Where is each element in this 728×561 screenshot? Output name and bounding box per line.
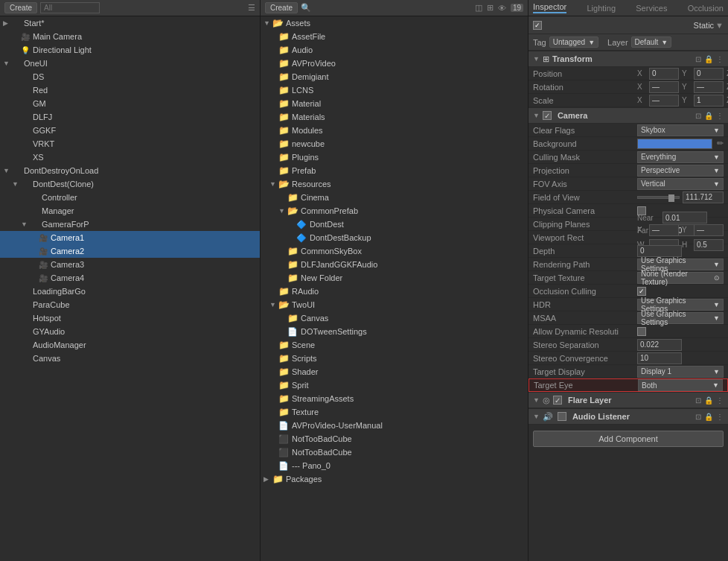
project-item-demigiant[interactable]: 📁Demigiant bbox=[261, 70, 528, 83]
scale-y-input[interactable] bbox=[694, 95, 724, 107]
tree-arrow-start[interactable]: ▶ bbox=[3, 19, 12, 27]
project-item-nottoobaducube2[interactable]: ⬛NotTooBadCube bbox=[261, 446, 528, 459]
static-dropdown-icon[interactable]: ▼ bbox=[715, 21, 724, 30]
audio-listener-component-header[interactable]: ▼ 🔊 Audio Listener ⊡ 🔒 ⋮ bbox=[529, 408, 728, 425]
msaa-dropdown[interactable]: Use Graphics Settings ▼ bbox=[637, 312, 724, 324]
add-component-button[interactable]: Add Component bbox=[533, 431, 724, 447]
hierarchy-item-camera2[interactable]: 🎥Camera2 bbox=[0, 244, 260, 258]
hierarchy-item-gm[interactable]: GM bbox=[0, 97, 260, 110]
hierarchy-item-manager[interactable]: Manager bbox=[0, 204, 260, 218]
project-item-commonskybox[interactable]: 📁CommonSkyBox bbox=[261, 244, 528, 258]
hierarchy-item-xs[interactable]: XS bbox=[0, 150, 260, 164]
camera-checkbox[interactable]: ✓ bbox=[543, 111, 552, 120]
hierarchy-item-camera1[interactable]: 🎥Camera1 bbox=[0, 231, 260, 244]
hierarchy-item-start[interactable]: ▶Start* bbox=[0, 16, 260, 30]
hierarchy-item-controller[interactable]: Controller bbox=[0, 191, 260, 204]
scale-x-input[interactable] bbox=[649, 95, 679, 107]
inspector-tab-lighting[interactable]: Lighting bbox=[587, 4, 616, 13]
flare-checkbox[interactable]: ✓ bbox=[553, 396, 562, 405]
hierarchy-item-paracube[interactable]: ParaCube bbox=[0, 298, 260, 311]
project-icon1[interactable]: ◫ bbox=[475, 3, 482, 13]
inspector-tab-occlusion[interactable]: Occlusion bbox=[688, 4, 724, 13]
hierarchy-item-camera3[interactable]: 🎥Camera3 bbox=[0, 258, 260, 271]
occlusion-culling-checkbox[interactable]: ✓ bbox=[637, 287, 646, 296]
hierarchy-item-loadingbargo[interactable]: LoadingBarGo bbox=[0, 285, 260, 298]
project-item-avprovideo[interactable]: 📁AVProVideo bbox=[261, 57, 528, 70]
flare-layer-component-header[interactable]: ▼ ◎ ✓ Flare Layer ⊡ 🔒 ⋮ bbox=[529, 392, 728, 408]
project-create-button[interactable]: Create bbox=[265, 2, 298, 13]
search-icon[interactable]: 🔍 bbox=[301, 3, 311, 13]
hierarchy-item-gameraforp[interactable]: ▼GameraForP bbox=[0, 218, 260, 231]
tree-arrow-dontdestroyonload[interactable]: ▼ bbox=[3, 167, 12, 174]
project-item-newfolder[interactable]: 📁New Folder bbox=[261, 271, 528, 285]
fov-slider-track[interactable] bbox=[637, 196, 680, 199]
rotation-x-input[interactable] bbox=[649, 81, 679, 93]
inspector-tab-services[interactable]: Services bbox=[636, 4, 667, 13]
project-item-prefab[interactable]: 📁Prefab bbox=[261, 164, 528, 177]
rotation-y-input[interactable] bbox=[694, 81, 724, 93]
hierarchy-item-canvas[interactable]: Canvas bbox=[0, 352, 260, 365]
camera-ref-icon[interactable]: ⊡ bbox=[695, 112, 701, 120]
project-item-dontdestbackup[interactable]: 🔷DontDestBackup bbox=[261, 231, 528, 244]
project-item-packages[interactable]: ▶📁Packages bbox=[261, 472, 528, 486]
project-item-dlfjanggkkfaudio[interactable]: 📁DLFJandGGKFAudio bbox=[261, 258, 528, 271]
audio-menu-icon[interactable]: ⋮ bbox=[716, 413, 724, 421]
depth-input[interactable] bbox=[637, 245, 682, 257]
tree-arrow-dontdestclone[interactable]: ▼ bbox=[12, 180, 21, 188]
position-x-input[interactable] bbox=[649, 68, 679, 80]
audio-ref-icon[interactable]: ⊡ bbox=[695, 413, 701, 421]
hierarchy-item-dlfj[interactable]: DLFJ bbox=[0, 110, 260, 124]
project-item-audio[interactable]: 📁Audio bbox=[261, 43, 528, 57]
allow-dynamic-checkbox[interactable] bbox=[637, 327, 646, 336]
near-input[interactable] bbox=[662, 212, 707, 224]
eye-icon[interactable]: 👁 bbox=[498, 4, 506, 13]
camera-component-header[interactable]: ▼ ✓ Camera ⊡ 🔒 ⋮ bbox=[529, 107, 728, 124]
flare-lock-icon[interactable]: 🔒 bbox=[704, 396, 713, 405]
background-color-picker[interactable] bbox=[637, 139, 712, 149]
project-item-texture[interactable]: 📁Texture bbox=[261, 405, 528, 419]
hierarchy-item-directional-light[interactable]: 💡Directional Light bbox=[0, 43, 260, 57]
stereo-separation-input[interactable] bbox=[637, 339, 682, 351]
background-edit-icon[interactable]: ✏ bbox=[717, 139, 724, 148]
project-item-sprit[interactable]: 📁Sprit bbox=[261, 378, 528, 392]
stereo-convergence-input[interactable] bbox=[637, 352, 682, 364]
camera-menu-icon[interactable]: ⋮ bbox=[716, 112, 724, 120]
hierarchy-menu-icon[interactable]: ☰ bbox=[248, 3, 255, 13]
project-item-pano0[interactable]: 📄--- Pano_0 bbox=[261, 459, 528, 472]
project-item-newcube[interactable]: 📁newcube bbox=[261, 137, 528, 150]
target-texture-dropdown[interactable]: None (Render Texture) ⊙ bbox=[637, 272, 724, 284]
project-item-canvas2[interactable]: 📁Canvas bbox=[261, 311, 528, 325]
target-eye-dropdown[interactable]: Both ▼ bbox=[638, 379, 723, 391]
tree-arrow-gameraforp[interactable]: ▼ bbox=[21, 221, 30, 228]
project-item-materials[interactable]: 📁Materials bbox=[261, 110, 528, 124]
project-item-assetfile[interactable]: 📁AssetFile bbox=[261, 30, 528, 43]
fov-slider-thumb[interactable] bbox=[668, 194, 674, 202]
project-item-dontdest[interactable]: 🔷DontDest bbox=[261, 218, 528, 231]
viewport-x-input[interactable] bbox=[649, 224, 679, 236]
layer-dropdown[interactable]: Default ▼ bbox=[631, 37, 672, 48]
position-y-input[interactable] bbox=[694, 68, 724, 80]
project-item-assets[interactable]: ▼📂Assets bbox=[261, 16, 528, 30]
project-item-commonprefab[interactable]: ▼📂CommonPrefab bbox=[261, 204, 528, 218]
project-item-cinema[interactable]: 📁Cinema bbox=[261, 191, 528, 204]
inspector-tab-inspector[interactable]: Inspector bbox=[533, 2, 566, 13]
tree-arrow-oneui[interactable]: ▼ bbox=[3, 60, 12, 67]
project-item-twoui[interactable]: ▼📂TwoUI bbox=[261, 298, 528, 311]
flare-ref-icon[interactable]: ⊡ bbox=[695, 396, 701, 405]
hierarchy-item-audiomanager[interactable]: AudioManager bbox=[0, 338, 260, 352]
project-item-lcns[interactable]: 📁LCNS bbox=[261, 83, 528, 97]
clear-flags-dropdown[interactable]: Skybox ▼ bbox=[637, 124, 724, 136]
rendering-path-dropdown[interactable]: Use Graphics Settings ▼ bbox=[637, 259, 724, 270]
project-icon2[interactable]: ⊞ bbox=[487, 3, 494, 13]
project-item-raudio[interactable]: 📁RAudio bbox=[261, 285, 528, 298]
hierarchy-item-camera4[interactable]: 🎥Camera4 bbox=[0, 271, 260, 285]
project-item-streamingassets[interactable]: 📁StreamingAssets bbox=[261, 392, 528, 405]
audio-lock-icon[interactable]: 🔒 bbox=[704, 413, 713, 421]
hierarchy-item-dontdestroyonload[interactable]: ▼DontDestroyOnLoad bbox=[0, 164, 260, 177]
project-item-dotweensettings[interactable]: 📄DOTweenSettings bbox=[261, 325, 528, 338]
project-item-nottoobaducube1[interactable]: ⬛NotTooBadCube bbox=[261, 432, 528, 446]
hierarchy-item-oneui[interactable]: ▼OneUI bbox=[0, 57, 260, 70]
hierarchy-create-button[interactable]: Create bbox=[4, 2, 37, 13]
hierarchy-item-red[interactable]: Red bbox=[0, 83, 260, 97]
tag-dropdown[interactable]: Untagged ▼ bbox=[549, 37, 598, 48]
